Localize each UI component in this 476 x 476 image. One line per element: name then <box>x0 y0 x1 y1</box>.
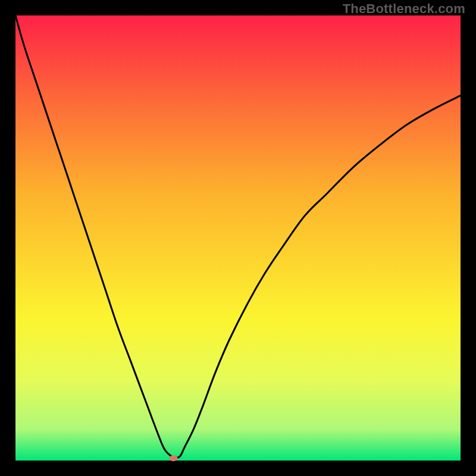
minimum-marker <box>170 455 178 461</box>
chart: TheBottleneck.com <box>0 0 476 476</box>
plot-background <box>15 15 461 461</box>
watermark-text: TheBottleneck.com <box>343 1 465 17</box>
plot-svg <box>0 0 476 476</box>
